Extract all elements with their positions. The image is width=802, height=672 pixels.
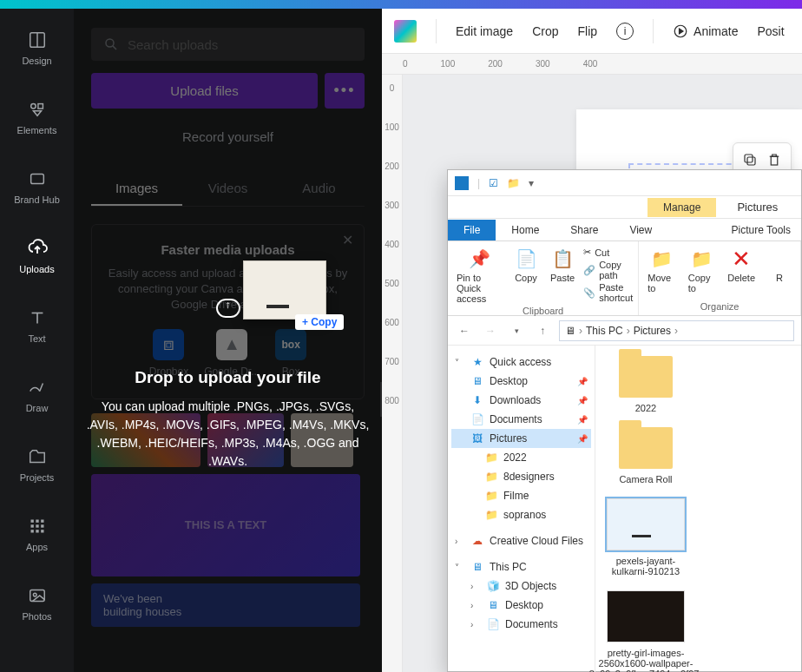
folder-icon: 📁 (484, 508, 498, 522)
desktop-icon: 🖥 (470, 374, 484, 388)
flip-button[interactable]: Flip (578, 24, 598, 38)
nav-uploads[interactable]: Uploads (0, 234, 74, 278)
downloads-icon: ⬇ (470, 393, 484, 407)
trash-icon[interactable] (766, 152, 782, 168)
explorer-ribbon: 📌Pin to Quick access 📄Copy 📋Paste ✂Cut 🔗… (448, 241, 801, 316)
qat-folder-icon[interactable]: 📁 (507, 177, 520, 189)
file-explorer-window[interactable]: | ☑ 📁 ▾ Manage Pictures File Home Share … (447, 169, 802, 672)
tree-this-pc[interactable]: ˅🖥This PC (451, 557, 591, 576)
ruler-tick: 200 (488, 59, 503, 69)
image-label: pexels-jayant-kulkarni-910213 (602, 556, 689, 576)
paste-button[interactable]: 📋Paste (547, 245, 578, 285)
nav-up-button[interactable]: ↑ (533, 321, 552, 340)
copy-label: Copy (515, 273, 537, 283)
copy-button[interactable]: 📄Copy (510, 245, 542, 285)
tree-desktop-pc[interactable]: ›🖥Desktop (451, 596, 591, 615)
tree-creative-cloud[interactable]: ›☁Creative Cloud Files (451, 531, 591, 550)
delete-button[interactable]: ✕Delete (724, 245, 759, 285)
copy-path-button[interactable]: 🔗Copy path (583, 260, 633, 280)
tree-documents[interactable]: 📄Documents📌 (451, 410, 591, 429)
3d-icon: 🧊 (486, 579, 500, 593)
folder-icon: 📁 (484, 451, 498, 464)
pin-icon: 📌 (577, 415, 588, 425)
nav-draw[interactable]: Draw (0, 373, 74, 417)
copy-to-button[interactable]: 📁Copy to (685, 245, 719, 295)
svg-rect-15 (36, 530, 38, 532)
elements-icon (27, 99, 48, 120)
qat-check[interactable]: ☑ (489, 177, 498, 189)
explorer-titlebar[interactable]: | ☑ 📁 ▾ (448, 170, 801, 196)
folder-item[interactable]: 2022 (602, 356, 689, 413)
crop-button[interactable]: Crop (532, 24, 558, 38)
folder-label: 2022 (635, 403, 656, 413)
paste-shortcut-icon: 📎 (583, 287, 595, 299)
dragged-thumbnail[interactable] (243, 260, 326, 320)
nav-design[interactable]: Design (0, 26, 74, 69)
color-swatch[interactable] (394, 20, 417, 43)
upload-cloud-icon (216, 299, 240, 318)
svg-rect-11 (30, 524, 33, 527)
nav-back-button[interactable]: ← (455, 321, 474, 340)
nav-brandhub[interactable]: Brand Hub (0, 165, 74, 208)
nav-recent-button[interactable]: ▾ (507, 321, 526, 340)
path-pictures[interactable]: Pictures (634, 325, 671, 337)
nav-projects[interactable]: Projects (0, 443, 74, 486)
tree-folder[interactable]: 📁sopranos (451, 505, 591, 524)
rename-button[interactable]: R (764, 245, 795, 285)
duplicate-icon[interactable] (742, 152, 758, 168)
edit-image-button[interactable]: Edit image (456, 24, 513, 38)
tab-share[interactable]: Share (555, 220, 614, 240)
tree-downloads[interactable]: ⬇Downloads📌 (451, 391, 591, 410)
tab-view[interactable]: View (614, 220, 667, 240)
tree-folder[interactable]: 📁Filme (451, 486, 591, 505)
animate-button[interactable]: Animate (673, 23, 738, 39)
pin-icon: 📌 (577, 396, 588, 405)
tab-picture-tools[interactable]: Picture Tools (721, 220, 801, 240)
nav-apps[interactable]: Apps (0, 512, 74, 556)
svg-rect-16 (41, 530, 43, 532)
nav-text[interactable]: Text (0, 304, 74, 347)
tree-folder[interactable]: 📁2022 (451, 448, 591, 467)
drop-overlay[interactable]: Drop to upload your file You can upload … (74, 9, 382, 672)
svg-marker-4 (33, 111, 41, 115)
svg-point-18 (33, 593, 36, 596)
pin-icon: 📌 (467, 247, 491, 271)
paste-icon: 📋 (550, 247, 575, 271)
info-icon[interactable]: i (616, 23, 634, 40)
tab-file[interactable]: File (448, 220, 496, 240)
image-item-selected[interactable]: pexels-jayant-kulkarni-910213 (602, 498, 689, 576)
tree-quick-access[interactable]: ˅★Quick access (451, 352, 591, 372)
explorer-file-grid: 2022 Camera Roll pexels-jayant-kulkarni-… (595, 346, 801, 672)
nav-forward-button[interactable]: → (481, 321, 500, 340)
move-to-button[interactable]: 📁Move to (644, 245, 679, 295)
svg-marker-22 (680, 29, 684, 34)
ruler-tick: 400 (583, 59, 598, 69)
image-item[interactable]: pretty-girl-images-2560x1600-wallpaper-c… (602, 590, 689, 672)
manage-tab[interactable]: Manage (648, 198, 716, 217)
explorer-context-bar: Manage Pictures (448, 196, 801, 219)
nav-photos[interactable]: Photos (0, 582, 74, 625)
path-thispc[interactable]: This PC (586, 325, 623, 337)
qat-dropdown[interactable]: ▾ (529, 177, 534, 189)
nav-elements-label: Elements (17, 125, 57, 135)
draw-icon (27, 377, 48, 398)
tree-3d-objects[interactable]: ›🧊3D Objects (451, 576, 591, 596)
tab-home[interactable]: Home (496, 220, 555, 240)
tree-folder[interactable]: 📁8designers (451, 467, 591, 486)
address-path[interactable]: 🖥 › This PC › Pictures › (559, 320, 794, 341)
cut-button[interactable]: ✂Cut (583, 247, 633, 258)
tree-pictures[interactable]: 🖼Pictures📌 (451, 429, 591, 448)
tree-desktop[interactable]: 🖥Desktop📌 (451, 372, 591, 391)
svg-point-2 (30, 104, 36, 109)
folder-item[interactable]: Camera Roll (602, 427, 689, 484)
tree-documents-pc[interactable]: ›📄Documents (451, 615, 591, 634)
vertical-ruler: 0 100 200 300 400 500 600 700 800 (382, 75, 403, 672)
paste-shortcut-button[interactable]: 📎Paste shortcut (583, 282, 633, 303)
delete-label: Delete (727, 273, 755, 283)
folder-icon: 📁 (484, 470, 498, 484)
position-button[interactable]: Posit (757, 24, 784, 38)
left-sidebar: Design Elements Brand Hub Uploads Text D… (0, 9, 74, 672)
nav-elements[interactable]: Elements (0, 96, 74, 139)
group-label-organize: Organize (700, 301, 740, 313)
pin-quick-access-button[interactable]: 📌Pin to Quick access (453, 245, 505, 306)
